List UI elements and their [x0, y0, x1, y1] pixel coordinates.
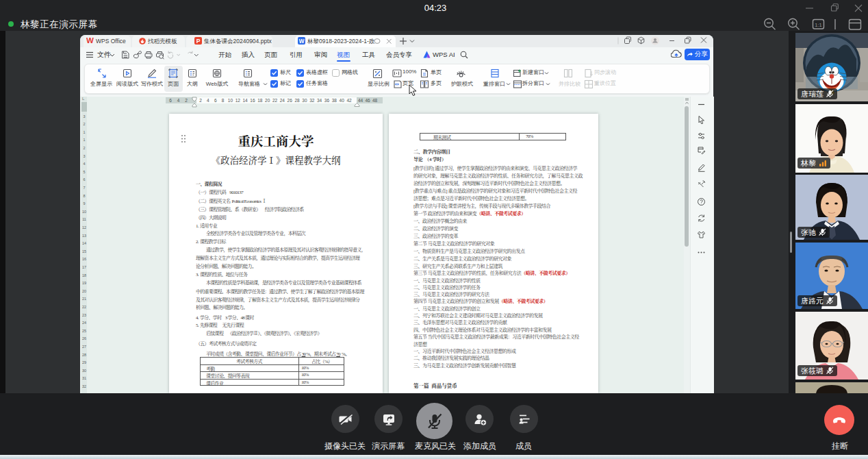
- svg-text:1:1: 1:1: [815, 22, 821, 28]
- svg-text:P: P: [196, 38, 201, 45]
- svg-text:W: W: [299, 38, 305, 45]
